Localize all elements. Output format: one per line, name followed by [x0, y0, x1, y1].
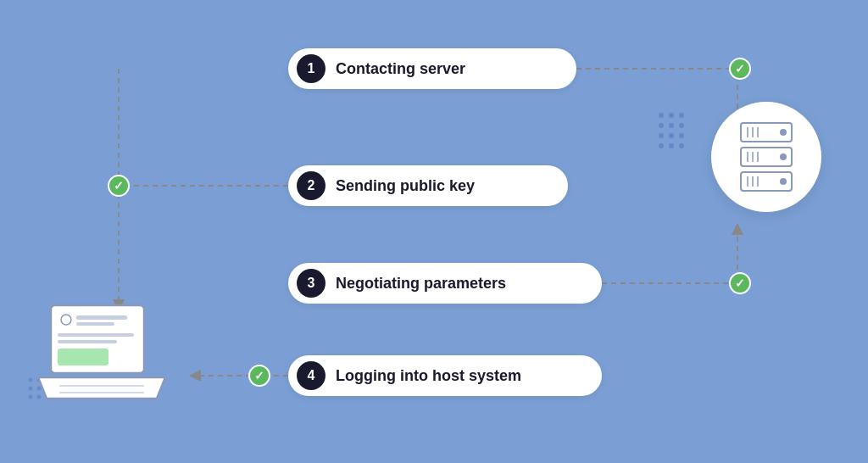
svg-point-15 [29, 378, 33, 382]
diagram-container: 1 Contacting server 2 Sending public key… [0, 0, 868, 463]
svg-point-10 [669, 133, 674, 138]
step-2-box: 2 Sending public key [288, 165, 568, 206]
step-1-box: 1 Contacting server [288, 48, 576, 89]
step-2-number: 2 [297, 171, 326, 200]
svg-rect-43 [58, 333, 134, 337]
svg-point-3 [659, 113, 664, 118]
laptop-icon [34, 301, 170, 411]
svg-point-14 [679, 143, 684, 148]
svg-point-18 [29, 387, 33, 391]
step-3-label: Negotiating parameters [336, 275, 506, 293]
svg-point-21 [29, 395, 33, 399]
svg-point-38 [780, 178, 787, 185]
svg-rect-45 [58, 349, 108, 365]
svg-point-5 [679, 113, 684, 118]
check-3: ✓ [729, 272, 751, 294]
svg-point-11 [679, 133, 684, 138]
svg-rect-42 [76, 322, 114, 326]
server-icon [711, 102, 821, 212]
check-2: ✓ [108, 175, 130, 197]
svg-point-8 [679, 123, 684, 128]
svg-point-33 [780, 153, 787, 160]
svg-point-9 [659, 133, 664, 138]
svg-rect-44 [58, 340, 117, 343]
svg-point-28 [780, 129, 787, 136]
svg-point-7 [669, 123, 674, 128]
step-1-label: Contacting server [336, 60, 465, 78]
step-4-number: 4 [297, 361, 326, 390]
dots-decoration-top [656, 110, 707, 156]
step-1-number: 1 [297, 54, 326, 83]
svg-point-6 [659, 123, 664, 128]
step-2-label: Sending public key [336, 177, 475, 195]
check-4: ✓ [248, 365, 270, 387]
svg-rect-41 [76, 315, 127, 320]
step-4-label: Logging into host system [336, 367, 521, 385]
step-3-number: 3 [297, 269, 326, 298]
step-4-box: 4 Logging into host system [288, 355, 602, 396]
check-1: ✓ [729, 58, 751, 80]
svg-point-13 [669, 143, 674, 148]
step-3-box: 3 Negotiating parameters [288, 263, 602, 304]
svg-point-4 [669, 113, 674, 118]
svg-point-12 [659, 143, 664, 148]
